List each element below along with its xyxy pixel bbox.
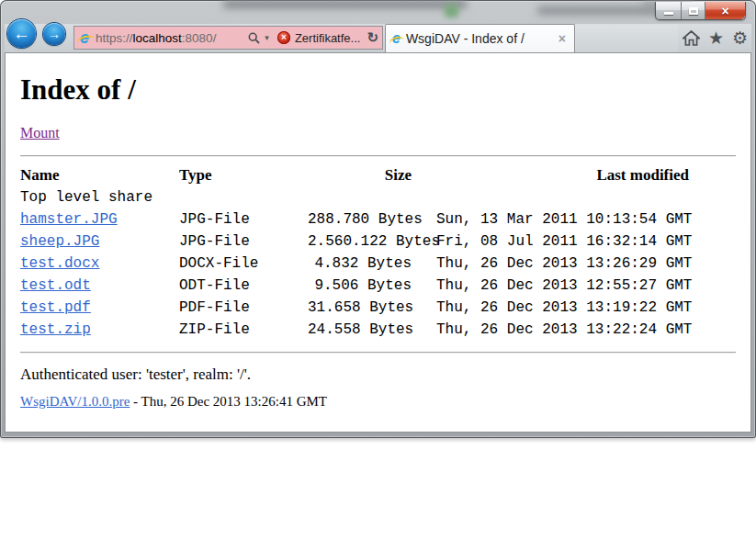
table-row: test.odt ODT-File 9.506 Bytes Thu, 26 De… (20, 275, 689, 297)
file-size: 31.658 Bytes (308, 297, 412, 319)
mount-link[interactable]: Mount (20, 125, 60, 141)
tab-favicon-ie-icon: e (392, 31, 401, 46)
ie-page-icon: e (80, 29, 89, 46)
url-host: localhost (133, 31, 182, 45)
minimize-icon (664, 12, 673, 15)
tab-title: WsgiDAV - Index of / (406, 31, 557, 46)
column-header-last-modified: Last modified (412, 164, 689, 186)
file-type: JPG-File (179, 231, 308, 253)
authenticated-user-line: Authenticated user: 'tester', realm: '/'… (20, 366, 736, 382)
table-row: hamster.JPG JPG-File 288.780 Bytes Sun, … (20, 208, 689, 231)
server-timestamp: - Thu, 26 Dec 2013 13:26:41 GMT (130, 394, 327, 409)
server-signature-line: WsgiDAV/1.0.0.pre - Thu, 26 Dec 2013 13:… (20, 394, 736, 409)
file-type: JPG-File (179, 208, 308, 231)
certificate-error-icon[interactable]: × (277, 31, 290, 44)
certificate-error-label[interactable]: Zertifikatfe... (295, 31, 361, 45)
file-link[interactable]: test.zip (20, 321, 91, 338)
file-link[interactable]: test.pdf (20, 299, 91, 316)
titlebar[interactable]: × (0, 0, 756, 24)
back-button[interactable]: ← (7, 19, 36, 48)
table-row: test.docx DOCX-File 4.832 Bytes Thu, 26 … (20, 253, 689, 275)
url-text[interactable]: https://localhost:8080/ (96, 31, 248, 45)
search-icon[interactable] (248, 32, 260, 44)
mount-line: Mount (20, 125, 736, 141)
favorites-star-icon[interactable]: ★ (708, 29, 724, 47)
file-modified: Fri, 08 Jul 2011 16:32:14 GMT (412, 231, 689, 253)
url-scheme: https:// (96, 31, 133, 45)
table-row: test.pdf PDF-File 31.658 Bytes Thu, 26 D… (20, 297, 689, 319)
titlebar-glass-reflection (223, 0, 467, 8)
maximize-button[interactable] (681, 2, 705, 19)
table-header-row: Name Type Size Last modified (20, 164, 689, 186)
file-size: 4.832 Bytes (308, 253, 412, 275)
window-controls: × (655, 2, 746, 20)
file-modified: Thu, 26 Dec 2013 13:19:22 GMT (412, 297, 689, 319)
titlebar-glass-reflection (445, 5, 458, 17)
screenshot: × ← → e https://localhost:8080/ (0, 0, 756, 551)
file-modified: Sun, 13 Mar 2011 10:13:54 GMT (412, 208, 689, 231)
forward-arrow-icon: → (48, 27, 61, 41)
minimize-button[interactable] (656, 2, 681, 19)
tab-close-icon[interactable]: × (557, 31, 568, 46)
browser-toolbar-icons: ★ ⚙ (683, 24, 748, 52)
divider (20, 352, 736, 354)
address-bar-controls: ▾ × Zertifikatfe... ↻ (248, 29, 378, 46)
file-type: ODT-File (179, 275, 308, 297)
file-size: 24.558 Bytes (308, 319, 412, 341)
settings-gear-icon[interactable]: ⚙ (732, 29, 748, 47)
wsgidav-version-link[interactable]: WsgiDAV/1.0.0.pre (20, 394, 130, 409)
tab-wsgidav[interactable]: e WsgiDAV - Index of / × (385, 24, 575, 52)
browser-window: × ← → e https://localhost:8080/ (0, 0, 756, 438)
column-header-size: Size (308, 164, 412, 186)
file-modified: Thu, 26 Dec 2013 13:26:29 GMT (412, 253, 689, 275)
file-size: 288.780 Bytes (308, 208, 412, 231)
divider (20, 155, 736, 157)
file-link[interactable]: test.odt (20, 277, 91, 294)
file-type: ZIP-File (179, 319, 308, 341)
navigation-bar: ← → e https://localhost:8080/ ▾ × Zertif… (5, 24, 751, 52)
file-size: 2.560.122 Bytes (308, 231, 412, 253)
table-row: Top level share (20, 186, 689, 208)
column-header-type: Type (179, 164, 308, 186)
maximize-icon (689, 7, 698, 15)
file-size: 9.506 Bytes (308, 275, 412, 297)
file-link[interactable]: test.docx (20, 255, 99, 272)
file-modified: Thu, 26 Dec 2013 13:22:24 GMT (412, 319, 689, 341)
table-row: test.zip ZIP-File 24.558 Bytes Thu, 26 D… (20, 319, 689, 341)
file-type: PDF-File (179, 297, 308, 319)
page-title: Index of / (20, 73, 736, 107)
close-button[interactable]: × (705, 2, 745, 19)
refresh-icon[interactable]: ↻ (367, 29, 378, 46)
column-header-name: Name (20, 164, 179, 186)
file-link[interactable]: sheep.JPG (20, 233, 99, 250)
directory-table: Name Type Size Last modified Top level s… (20, 164, 689, 341)
top-level-share-label: Top level share (20, 186, 689, 208)
search-dropdown-caret-icon[interactable]: ▾ (265, 33, 269, 42)
file-modified: Thu, 26 Dec 2013 12:55:27 GMT (412, 275, 689, 297)
close-icon: × (721, 5, 728, 17)
address-bar[interactable]: e https://localhost:8080/ ▾ × Zertifikat… (73, 26, 383, 50)
home-icon[interactable] (683, 30, 700, 46)
tab-strip-empty-area[interactable] (575, 25, 678, 52)
table-row: sheep.JPG JPG-File 2.560.122 Bytes Fri, … (20, 231, 689, 253)
file-type: DOCX-File (179, 253, 308, 275)
page-content: Index of / Mount Name Type Size Last mod… (5, 52, 751, 433)
file-link[interactable]: hamster.JPG (20, 211, 118, 228)
back-arrow-icon: ← (13, 24, 30, 44)
forward-button[interactable]: → (43, 23, 65, 45)
url-port-path: :8080/ (182, 31, 217, 45)
